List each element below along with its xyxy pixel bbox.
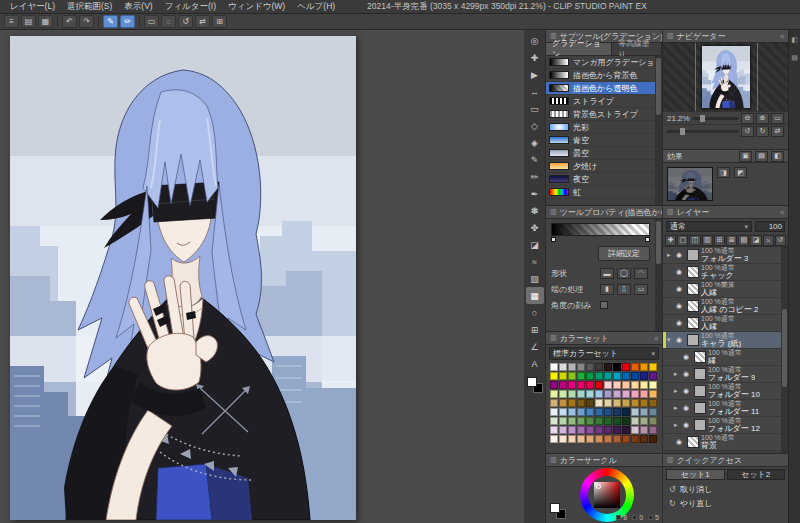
layer-tool-icon[interactable]: ✚ [665,235,676,246]
color-swatch[interactable] [586,390,594,398]
color-swatch[interactable] [577,399,585,407]
quick-access-header[interactable]: ▥ クイックアクセス [663,454,788,467]
color-swatch[interactable] [559,372,567,380]
flip-view-button[interactable]: ⇄ [195,15,210,28]
folder-arrow-icon[interactable]: ▸ [674,387,681,395]
color-swatch[interactable] [586,408,594,416]
color-set-dropdown[interactable]: 標準カラーセット ▾ [549,347,659,360]
color-swatch[interactable] [586,399,594,407]
subtool-item[interactable]: 背景色ストライプ [546,108,655,121]
blend-tool[interactable]: ≈ [526,253,544,270]
color-swatch[interactable] [559,408,567,416]
color-swatch[interactable] [586,372,594,380]
flip-horizontal-icon[interactable]: ⇄ [771,126,784,137]
color-swatch[interactable] [631,435,639,443]
subtool-item[interactable]: 夜空 [546,173,655,186]
color-swatch[interactable] [631,399,639,407]
color-swatch[interactable] [559,426,567,434]
folder-arrow-icon[interactable]: ▾ [667,336,674,344]
selection-tool[interactable]: ▭ [526,100,544,117]
menu-item[interactable]: ウィンドウ(W) [222,0,291,13]
quick-access-item-undo[interactable]: ↺取り消し [663,482,788,496]
grid-button[interactable]: ⊞ [212,15,227,28]
layer-row[interactable]: ▸◉100 %通常フォルダー 3 [663,247,781,264]
color-swatch[interactable] [577,417,585,425]
layer-tool-icon[interactable]: ▥ [702,235,713,246]
snap-ruler-toggle[interactable]: ✎ [103,15,118,28]
color-swatch[interactable] [568,390,576,398]
color-swatch[interactable] [622,372,630,380]
folder-arrow-icon[interactable]: ▸ [674,404,681,412]
border-effect-icon[interactable]: ▣ [739,151,752,162]
color-swatch[interactable] [577,426,585,434]
color-swatch[interactable] [604,408,612,416]
color-swatch[interactable] [631,417,639,425]
new-canvas-button[interactable]: ▤ [21,15,36,28]
zoom-out-icon[interactable]: ⊖ [741,113,754,124]
color-swatch[interactable] [622,435,630,443]
option-icon[interactable]: ▭ [634,284,648,295]
color-swatch[interactable] [613,435,621,443]
color-swatch[interactable] [613,372,621,380]
color-swatch[interactable] [631,381,639,389]
color-swatch[interactable] [586,435,594,443]
foreground-color-chip[interactable] [550,503,560,513]
rotate-slider[interactable] [667,130,739,133]
eye-icon[interactable]: ◉ [676,302,685,310]
subtool-item[interactable]: 虹 [546,186,655,199]
option-icon[interactable]: ◯ [617,268,631,279]
layer-tool-icon[interactable]: ▧ [738,235,749,246]
color-swatch[interactable] [622,390,630,398]
subtool-item[interactable]: マンガ用グラデーション [546,56,655,69]
checkbox[interactable] [600,301,608,309]
color-swatch[interactable] [559,399,567,407]
color-swatch[interactable] [640,426,648,434]
pen-tool[interactable]: ✎ [526,151,544,168]
color-swatch[interactable] [577,381,585,389]
color-swatch[interactable] [550,363,558,371]
panel-menu-icon[interactable]: ≡ [780,209,784,216]
color-circle-header[interactable]: ▥ カラーサークル [546,454,662,467]
zoom-tool[interactable]: ◎ [526,32,544,49]
color-swatch[interactable] [622,417,630,425]
color-swatch[interactable] [568,381,576,389]
color-swatch[interactable] [622,381,630,389]
color-swatch[interactable] [631,390,639,398]
pencil-tool[interactable]: ✏ [526,168,544,185]
color-swatch[interactable] [550,399,558,407]
color-swatch[interactable] [577,435,585,443]
color-swatch[interactable] [577,372,585,380]
color-swatch[interactable] [595,435,603,443]
layer-row[interactable]: ◉100 %通常人縁 [663,315,781,332]
color-swatch[interactable] [586,417,594,425]
eye-icon[interactable]: ◉ [683,404,692,412]
layer-tool-icon[interactable]: ◫ [689,235,700,246]
folder-arrow-icon[interactable]: ▸ [674,370,681,378]
color-swatch[interactable] [595,363,603,371]
layer-row[interactable]: ◉100 %通常人縁 のコピー 2 [663,298,781,315]
color-swatch[interactable] [604,381,612,389]
subtool-item[interactable]: 光彩 [546,121,655,134]
eye-icon[interactable]: ◉ [683,421,692,429]
layer-tool-icon[interactable]: ▢ [677,235,688,246]
fill-tool[interactable]: ▧ [526,270,544,287]
color-swatch[interactable] [559,435,567,443]
option-icon[interactable]: ▮ [600,284,614,295]
rotate-left-icon[interactable]: ↺ [741,126,754,137]
color-swatch[interactable] [550,417,558,425]
eye-icon[interactable]: ◉ [676,336,685,344]
folder-arrow-icon[interactable]: ▸ [667,251,674,259]
color-swatch[interactable] [649,408,657,416]
folder-arrow-icon[interactable]: ▸ [674,421,681,429]
color-swatch[interactable] [649,363,657,371]
layer-tool-icon[interactable]: ⊠ [726,235,737,246]
color-swatch[interactable] [640,435,648,443]
text-tool[interactable]: A [526,355,544,372]
eye-icon[interactable]: ◉ [683,353,692,361]
subtool-item[interactable]: ストライプ [546,95,655,108]
detail-settings-button[interactable]: 詳細設定 [598,246,650,261]
layer-row[interactable]: ◉100 %通常背景 [663,434,781,451]
navigator-thumbnail[interactable] [702,46,750,108]
layer-row[interactable]: ◉100 %通常縁 [663,349,781,366]
color-swatch[interactable] [649,399,657,407]
